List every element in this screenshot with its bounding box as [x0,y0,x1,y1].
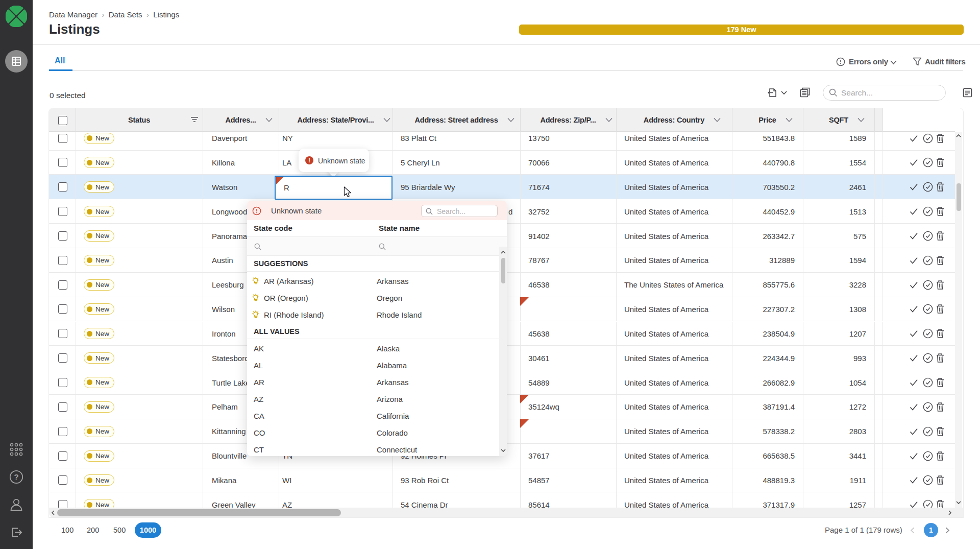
svg-text:?: ? [14,472,18,481]
